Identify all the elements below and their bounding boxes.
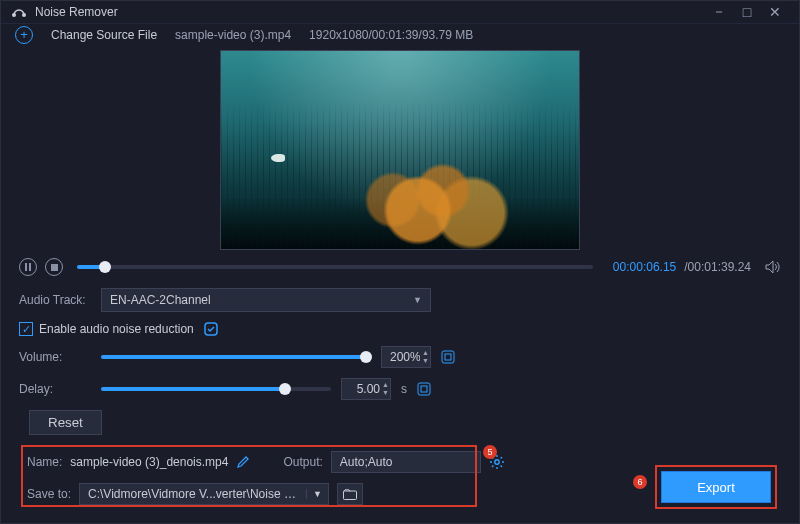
audio-track-label: Audio Track: xyxy=(19,293,91,307)
output-format-label: Output: xyxy=(283,455,322,469)
svg-point-1 xyxy=(22,13,26,17)
delay-label: Delay: xyxy=(19,382,91,396)
app-window: Noise Remover － □ ✕ + Change Source File… xyxy=(0,0,800,524)
tutorial-badge-6: 6 xyxy=(633,475,647,489)
app-logo-icon xyxy=(11,4,27,20)
output-format-select[interactable]: Auto;Auto xyxy=(331,451,481,473)
save-to-select[interactable]: C:\Vidmore\Vidmore V...verter\Noise Remo… xyxy=(79,483,329,505)
volume-sync-icon[interactable] xyxy=(441,350,459,364)
svg-rect-11 xyxy=(344,491,357,500)
svg-rect-4 xyxy=(51,264,58,271)
reset-button[interactable]: Reset xyxy=(29,410,102,435)
volume-value[interactable] xyxy=(390,350,420,364)
svg-rect-3 xyxy=(29,263,31,271)
change-source-link[interactable]: Change Source File xyxy=(51,28,157,42)
save-to-label: Save to: xyxy=(27,487,71,501)
svg-rect-8 xyxy=(418,383,430,395)
delay-sync-icon[interactable] xyxy=(417,382,435,396)
svg-rect-9 xyxy=(421,386,427,392)
stop-button[interactable] xyxy=(45,258,63,276)
delay-input[interactable]: ▲▼ xyxy=(341,378,391,400)
volume-label: Volume: xyxy=(19,350,91,364)
edit-name-icon[interactable] xyxy=(236,456,249,469)
time-current: 00:00:06.15 xyxy=(613,260,676,274)
audio-track-value: EN-AAC-2Channel xyxy=(110,293,211,307)
svg-rect-7 xyxy=(445,354,451,360)
tutorial-badge-5: 5 xyxy=(483,445,497,459)
delay-value[interactable] xyxy=(350,382,380,396)
titlebar: Noise Remover － □ ✕ xyxy=(1,1,799,24)
output-format-value: Auto;Auto xyxy=(340,455,393,469)
playback-controls: 00:00:06.15 /00:01:39.24 xyxy=(1,252,799,282)
app-title: Noise Remover xyxy=(35,5,118,19)
chevron-down-icon: ▼ xyxy=(413,295,422,305)
progress-slider[interactable] xyxy=(77,265,593,269)
time-total: /00:01:39.24 xyxy=(684,260,751,274)
save-to-path: C:\Vidmore\Vidmore V...verter\Noise Remo… xyxy=(88,487,298,501)
delay-slider[interactable] xyxy=(101,387,331,391)
audio-track-select[interactable]: EN-AAC-2Channel ▼ xyxy=(101,288,431,312)
tutorial-highlight-6: Export xyxy=(655,465,777,509)
volume-input[interactable]: ▲▼ xyxy=(381,346,431,368)
close-button[interactable]: ✕ xyxy=(761,4,789,20)
svg-point-0 xyxy=(12,13,16,17)
svg-point-10 xyxy=(495,460,499,464)
volume-stepper[interactable]: ▲▼ xyxy=(422,349,429,365)
noise-reduction-label: Enable audio noise reduction xyxy=(39,322,194,336)
svg-rect-2 xyxy=(25,263,27,271)
output-panel: 5 Name: sample-video (3)_denois.mp4 Outp… xyxy=(15,443,785,523)
export-area: Export xyxy=(655,465,777,509)
noise-reduction-checkbox[interactable]: ✓ xyxy=(19,322,33,336)
delay-handle[interactable] xyxy=(279,383,291,395)
export-button[interactable]: Export xyxy=(661,471,771,503)
video-preview[interactable] xyxy=(220,50,580,250)
progress-handle[interactable] xyxy=(99,261,111,273)
add-source-icon[interactable]: + xyxy=(15,26,33,44)
output-name-value: sample-video (3)_denois.mp4 xyxy=(70,455,228,469)
source-fileinfo: 1920x1080/00:01:39/93.79 MB xyxy=(309,28,473,42)
noise-reduction-indicator-icon[interactable] xyxy=(204,322,218,336)
minimize-button[interactable]: － xyxy=(705,3,733,21)
maximize-button[interactable]: □ xyxy=(733,4,761,20)
delay-stepper[interactable]: ▲▼ xyxy=(382,381,389,397)
source-bar: + Change Source File sample-video (3).mp… xyxy=(1,24,799,46)
delay-unit: s xyxy=(401,382,407,396)
speaker-icon[interactable] xyxy=(765,260,781,274)
chevron-down-icon: ▼ xyxy=(306,489,322,499)
open-folder-button[interactable] xyxy=(337,483,363,505)
svg-rect-6 xyxy=(442,351,454,363)
settings-panel: Audio Track: EN-AAC-2Channel ▼ ✓ Enable … xyxy=(1,282,799,439)
video-preview-area xyxy=(1,46,799,252)
source-filename: sample-video (3).mp4 xyxy=(175,28,291,42)
pause-button[interactable] xyxy=(19,258,37,276)
volume-slider[interactable] xyxy=(101,355,371,359)
output-name-label: Name: xyxy=(27,455,62,469)
volume-handle[interactable] xyxy=(360,351,372,363)
